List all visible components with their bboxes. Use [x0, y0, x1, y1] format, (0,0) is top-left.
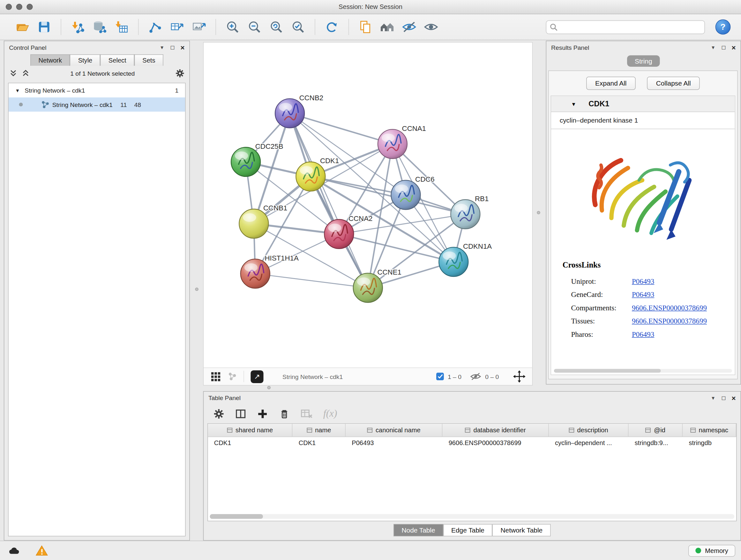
crosslink-link[interactable]: P06493: [632, 330, 735, 339]
column-header[interactable]: namespac: [683, 424, 736, 436]
table-settings-gear-icon[interactable]: [213, 408, 225, 420]
grid-view-icon[interactable]: [210, 371, 221, 382]
zoom-selected-button[interactable]: [287, 16, 309, 38]
zoom-in-button[interactable]: [222, 16, 244, 38]
panel-float-icon[interactable]: ◻: [170, 44, 175, 51]
results-horizontal-scrollbar[interactable]: [554, 369, 732, 373]
expand-all-icon[interactable]: [21, 69, 30, 78]
column-header[interactable]: description: [549, 424, 629, 436]
cell-id[interactable]: stringdb:9...: [628, 437, 683, 449]
cell-shared-name[interactable]: CDK1: [208, 437, 293, 449]
panel-close-icon[interactable]: ×: [181, 44, 185, 51]
show-columns-icon[interactable]: [235, 408, 246, 420]
node-CCNB2[interactable]: CCNB2: [275, 94, 323, 128]
section-collapse-icon[interactable]: ▼: [571, 101, 576, 107]
selected-checkbox[interactable]: [436, 373, 444, 380]
tab-network-table[interactable]: Network Table: [492, 524, 550, 537]
tab-edge-table[interactable]: Edge Table: [443, 524, 492, 537]
crosslink-link[interactable]: 9606.ENSP00000378699: [632, 304, 735, 312]
crosslink-link[interactable]: P06493: [632, 291, 735, 299]
network-collection-row[interactable]: ▼ String Network – cdk1 1: [9, 83, 185, 98]
share-view-icon[interactable]: [227, 372, 237, 381]
show-all-button[interactable]: [420, 16, 442, 38]
tab-select[interactable]: Select: [100, 54, 134, 66]
collapse-all-icon[interactable]: [9, 69, 17, 78]
panel-close-icon[interactable]: ×: [732, 394, 736, 401]
help-button[interactable]: ?: [716, 19, 731, 35]
tab-string[interactable]: String: [627, 55, 660, 67]
import-table-from-file-button[interactable]: [111, 16, 132, 38]
scrollbar-thumb[interactable]: [554, 369, 661, 373]
birds-eye-toggle-button[interactable]: ↗: [251, 370, 263, 383]
pan-crosshair-icon[interactable]: [513, 370, 526, 383]
vertical-splitter-handle[interactable]: [537, 211, 540, 214]
column-header[interactable]: name: [292, 424, 346, 436]
cell-name[interactable]: CDK1: [292, 437, 346, 449]
cell-canonical-name[interactable]: P06493: [346, 437, 442, 449]
collapse-all-button[interactable]: Collapse All: [647, 77, 699, 90]
panel-close-icon[interactable]: ×: [732, 44, 736, 51]
network-graph[interactable]: CCNB2CCNA1CDC25BCDK1CDC6RB1CCNB1CCNA2CDK…: [204, 43, 532, 367]
cell-namespace[interactable]: stringdb: [683, 437, 736, 449]
node-CDKN1A[interactable]: CDKN1A: [439, 242, 492, 276]
copy-document-button[interactable]: [354, 16, 376, 38]
table-horizontal-scrollbar[interactable]: [210, 514, 734, 519]
delete-column-icon[interactable]: [279, 408, 290, 420]
warning-status-button[interactable]: [33, 544, 51, 557]
import-network-from-file-button[interactable]: [67, 16, 89, 38]
network-canvas[interactable]: CCNB2CCNA1CDC25BCDK1CDC6RB1CCNB1CCNA2CDK…: [204, 43, 532, 368]
node-CCNA1[interactable]: CCNA1: [378, 125, 426, 159]
new-network-button[interactable]: [144, 16, 166, 38]
delete-table-icon[interactable]: [300, 408, 313, 420]
column-header[interactable]: shared name: [208, 424, 293, 436]
memory-button[interactable]: Memory: [688, 545, 735, 557]
panel-menu-icon[interactable]: ▼: [159, 45, 164, 50]
search-input[interactable]: [546, 20, 705, 34]
horizontal-splitter-handle[interactable]: [267, 386, 270, 389]
node-CDC6[interactable]: CDC6: [391, 175, 434, 209]
tab-node-table[interactable]: Node Table: [394, 524, 443, 537]
panel-float-icon[interactable]: ◻: [721, 395, 726, 401]
column-header[interactable]: canonical name: [346, 424, 442, 436]
cell-description[interactable]: cyclin–dependent ...: [549, 437, 629, 449]
tree-expand-icon[interactable]: ▼: [15, 88, 25, 93]
cloud-status-button[interactable]: [6, 544, 23, 557]
tab-style[interactable]: Style: [70, 54, 100, 66]
zoom-fit-button[interactable]: [266, 16, 287, 38]
edge-HIST1H1A-CCNE1[interactable]: [255, 273, 368, 288]
cell-database-identifier[interactable]: 9606.ENSP00000378699: [442, 437, 549, 449]
node-CDK1[interactable]: CDK1: [296, 157, 339, 191]
home-button[interactable]: [377, 16, 398, 38]
import-network-from-database-button[interactable]: [89, 16, 111, 38]
export-image-button[interactable]: [188, 16, 210, 38]
table-row[interactable]: CDK1 CDK1 P06493 9606.ENSP00000378699 cy…: [208, 437, 737, 449]
expand-all-button[interactable]: Expand All: [586, 77, 636, 90]
column-header[interactable]: database identifier: [442, 424, 549, 436]
edge-CCNB2-CCNA1[interactable]: [290, 113, 393, 144]
column-header[interactable]: @id: [628, 424, 683, 436]
protein-section-header[interactable]: ▼ CDK1: [551, 96, 735, 112]
vertical-splitter-handle[interactable]: [195, 288, 198, 291]
scrollbar-thumb[interactable]: [210, 514, 263, 519]
gear-icon[interactable]: [175, 69, 185, 78]
apply-layout-button[interactable]: [321, 16, 343, 38]
panel-float-icon[interactable]: ◻: [721, 44, 726, 51]
edge-CCNB2-CCNE1[interactable]: [290, 113, 368, 288]
save-session-button[interactable]: [33, 16, 55, 38]
crosslink-link[interactable]: P06493: [632, 277, 735, 286]
new-network-from-selection-button[interactable]: [166, 16, 188, 38]
tab-sets[interactable]: Sets: [134, 54, 163, 66]
panel-menu-icon[interactable]: ▼: [711, 395, 716, 400]
node-HIST1H1A[interactable]: HIST1H1A: [241, 254, 299, 288]
tab-network[interactable]: Network: [30, 54, 70, 66]
network-row[interactable]: String Network – cdk1 11 48: [9, 98, 185, 111]
zoom-out-button[interactable]: [244, 16, 265, 38]
function-builder-button[interactable]: f(x): [323, 408, 337, 420]
hide-selected-button[interactable]: [398, 16, 420, 38]
crosslink-link[interactable]: 9606.ENSP00000378699: [632, 317, 735, 326]
node-CCNB1[interactable]: CCNB1: [239, 204, 287, 238]
hidden-eye-slash-icon[interactable]: [470, 372, 482, 381]
panel-menu-icon[interactable]: ▼: [711, 45, 716, 50]
node-RB1[interactable]: RB1: [451, 195, 488, 229]
open-session-button[interactable]: [11, 16, 33, 38]
